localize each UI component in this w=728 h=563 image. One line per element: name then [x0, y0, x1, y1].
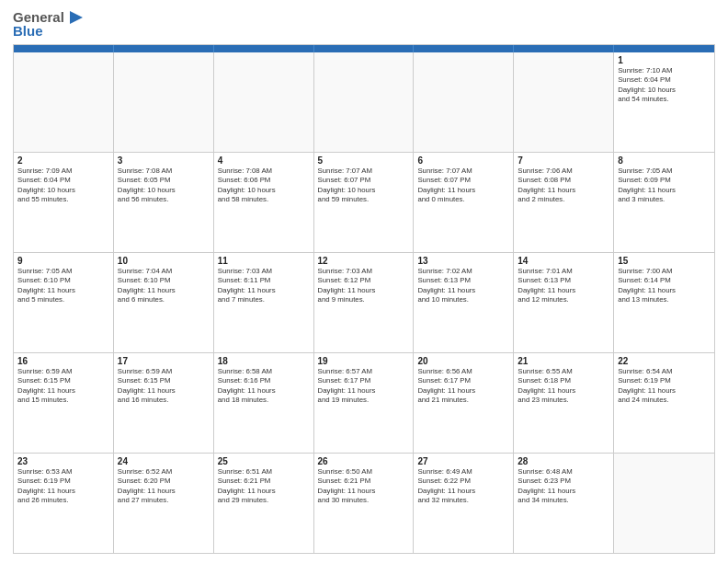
logo: General Blue — [13, 9, 83, 39]
day-number-26: 26 — [318, 456, 410, 466]
cell-info-27: Sunrise: 6:49 AM Sunset: 6:22 PM Dayligh… — [417, 467, 509, 506]
calendar: 1Sunrise: 7:10 AM Sunset: 6:04 PM Daylig… — [13, 44, 715, 554]
day-number-2: 2 — [17, 155, 109, 166]
calendar-week-3: 9Sunrise: 7:05 AM Sunset: 6:10 PM Daylig… — [14, 252, 714, 352]
cell-info-7: Sunrise: 7:06 AM Sunset: 6:08 PM Dayligh… — [518, 167, 609, 205]
day-number-17: 17 — [118, 356, 210, 366]
day-number-7: 7 — [518, 155, 609, 166]
cal-cell-w2-d2: 3Sunrise: 7:08 AM Sunset: 6:05 PM Daylig… — [114, 153, 214, 252]
cal-cell-w3-d6: 14Sunrise: 7:01 AM Sunset: 6:13 PM Dayli… — [514, 253, 614, 352]
day-number-11: 11 — [218, 256, 310, 266]
cal-cell-w5-d7 — [614, 454, 714, 553]
cell-info-20: Sunrise: 6:56 AM Sunset: 6:17 PM Dayligh… — [417, 367, 509, 406]
day-number-8: 8 — [618, 155, 711, 166]
cal-cell-w5-d1: 23Sunrise: 6:53 AM Sunset: 6:19 PM Dayli… — [14, 454, 114, 553]
cell-info-17: Sunrise: 6:59 AM Sunset: 6:15 PM Dayligh… — [118, 367, 210, 406]
day-number-6: 6 — [417, 155, 509, 166]
cal-cell-w1-d7: 1Sunrise: 7:10 AM Sunset: 6:04 PM Daylig… — [614, 52, 714, 152]
cal-cell-w4-d1: 16Sunrise: 6:59 AM Sunset: 6:15 PM Dayli… — [14, 353, 114, 453]
cell-info-4: Sunrise: 7:08 AM Sunset: 6:06 PM Dayligh… — [218, 167, 310, 205]
header-thursday — [414, 45, 514, 52]
cell-info-16: Sunrise: 6:59 AM Sunset: 6:15 PM Dayligh… — [17, 367, 109, 406]
day-number-27: 27 — [417, 456, 509, 466]
cell-info-25: Sunrise: 6:51 AM Sunset: 6:21 PM Dayligh… — [218, 467, 310, 506]
cell-info-6: Sunrise: 7:07 AM Sunset: 6:07 PM Dayligh… — [417, 167, 509, 205]
day-number-23: 23 — [17, 456, 109, 466]
cell-info-18: Sunrise: 6:58 AM Sunset: 6:16 PM Dayligh… — [218, 367, 310, 406]
cal-cell-w4-d7: 22Sunrise: 6:54 AM Sunset: 6:19 PM Dayli… — [614, 353, 714, 453]
day-number-25: 25 — [218, 456, 310, 466]
day-number-3: 3 — [118, 155, 210, 166]
cell-info-12: Sunrise: 7:03 AM Sunset: 6:12 PM Dayligh… — [318, 267, 410, 305]
cal-cell-w1-d3 — [214, 52, 314, 152]
cal-cell-w4-d3: 18Sunrise: 6:58 AM Sunset: 6:16 PM Dayli… — [214, 353, 314, 453]
day-number-18: 18 — [218, 356, 310, 366]
day-number-20: 20 — [417, 356, 509, 366]
calendar-header — [14, 45, 714, 52]
cell-info-8: Sunrise: 7:05 AM Sunset: 6:09 PM Dayligh… — [618, 167, 711, 205]
logo-arrow-icon — [66, 9, 83, 26]
cell-info-21: Sunrise: 6:55 AM Sunset: 6:18 PM Dayligh… — [518, 367, 609, 406]
header-monday — [114, 45, 214, 52]
cal-cell-w5-d2: 24Sunrise: 6:52 AM Sunset: 6:20 PM Dayli… — [114, 454, 214, 553]
day-number-21: 21 — [518, 356, 609, 366]
cal-cell-w1-d2 — [114, 52, 214, 152]
cal-cell-w4-d6: 21Sunrise: 6:55 AM Sunset: 6:18 PM Dayli… — [514, 353, 614, 453]
day-number-22: 22 — [618, 356, 711, 366]
cal-cell-w3-d1: 9Sunrise: 7:05 AM Sunset: 6:10 PM Daylig… — [14, 253, 114, 352]
day-number-1: 1 — [618, 55, 711, 65]
day-number-12: 12 — [318, 256, 410, 266]
cell-info-3: Sunrise: 7:08 AM Sunset: 6:05 PM Dayligh… — [118, 167, 210, 205]
cal-cell-w1-d1 — [14, 52, 114, 152]
cal-cell-w3-d7: 15Sunrise: 7:00 AM Sunset: 6:14 PM Dayli… — [614, 253, 714, 352]
cell-info-14: Sunrise: 7:01 AM Sunset: 6:13 PM Dayligh… — [518, 267, 609, 305]
cal-cell-w1-d5 — [414, 52, 514, 152]
cell-info-1: Sunrise: 7:10 AM Sunset: 6:04 PM Dayligh… — [618, 66, 711, 105]
calendar-week-5: 23Sunrise: 6:53 AM Sunset: 6:19 PM Dayli… — [14, 453, 714, 553]
day-number-24: 24 — [118, 456, 210, 466]
cell-info-10: Sunrise: 7:04 AM Sunset: 6:10 PM Dayligh… — [118, 267, 210, 305]
cal-cell-w4-d5: 20Sunrise: 6:56 AM Sunset: 6:17 PM Dayli… — [414, 353, 514, 453]
cal-cell-w3-d3: 11Sunrise: 7:03 AM Sunset: 6:11 PM Dayli… — [214, 253, 314, 352]
cell-info-28: Sunrise: 6:48 AM Sunset: 6:23 PM Dayligh… — [518, 467, 609, 506]
cal-cell-w1-d6 — [514, 52, 614, 152]
cal-cell-w5-d3: 25Sunrise: 6:51 AM Sunset: 6:21 PM Dayli… — [214, 454, 314, 553]
cal-cell-w5-d6: 28Sunrise: 6:48 AM Sunset: 6:23 PM Dayli… — [514, 454, 614, 553]
header-tuesday — [214, 45, 314, 52]
cell-info-19: Sunrise: 6:57 AM Sunset: 6:17 PM Dayligh… — [318, 367, 410, 406]
day-number-14: 14 — [518, 256, 609, 266]
cal-cell-w2-d7: 8Sunrise: 7:05 AM Sunset: 6:09 PM Daylig… — [614, 153, 714, 252]
page: General Blue 1Sunrise: 7:10 AM Sunset: 6… — [0, 0, 728, 563]
header-sunday — [14, 45, 114, 52]
day-number-15: 15 — [618, 256, 711, 266]
header-wednesday — [314, 45, 415, 52]
cal-cell-w2-d6: 7Sunrise: 7:06 AM Sunset: 6:08 PM Daylig… — [514, 153, 614, 252]
cal-cell-w5-d5: 27Sunrise: 6:49 AM Sunset: 6:22 PM Dayli… — [414, 454, 514, 553]
cal-cell-w4-d2: 17Sunrise: 6:59 AM Sunset: 6:15 PM Dayli… — [114, 353, 214, 453]
cell-info-22: Sunrise: 6:54 AM Sunset: 6:19 PM Dayligh… — [618, 367, 711, 406]
cal-cell-w3-d4: 12Sunrise: 7:03 AM Sunset: 6:12 PM Dayli… — [314, 253, 415, 352]
day-number-19: 19 — [318, 356, 410, 366]
day-number-28: 28 — [518, 456, 609, 466]
calendar-week-1: 1Sunrise: 7:10 AM Sunset: 6:04 PM Daylig… — [14, 52, 714, 152]
header: General Blue — [13, 9, 715, 39]
cal-cell-w2-d4: 5Sunrise: 7:07 AM Sunset: 6:07 PM Daylig… — [314, 153, 415, 252]
cal-cell-w2-d1: 2Sunrise: 7:09 AM Sunset: 6:04 PM Daylig… — [14, 153, 114, 252]
day-number-9: 9 — [17, 256, 109, 266]
cal-cell-w2-d3: 4Sunrise: 7:08 AM Sunset: 6:06 PM Daylig… — [214, 153, 314, 252]
logo-blue-text: Blue — [13, 24, 83, 39]
cell-info-24: Sunrise: 6:52 AM Sunset: 6:20 PM Dayligh… — [118, 467, 210, 506]
cell-info-15: Sunrise: 7:00 AM Sunset: 6:14 PM Dayligh… — [618, 267, 711, 305]
day-number-16: 16 — [17, 356, 109, 366]
cal-cell-w3-d5: 13Sunrise: 7:02 AM Sunset: 6:13 PM Dayli… — [414, 253, 514, 352]
cell-info-5: Sunrise: 7:07 AM Sunset: 6:07 PM Dayligh… — [318, 167, 410, 205]
header-saturday — [614, 45, 714, 52]
cal-cell-w4-d4: 19Sunrise: 6:57 AM Sunset: 6:17 PM Dayli… — [314, 353, 415, 453]
day-number-4: 4 — [218, 155, 310, 166]
cell-info-9: Sunrise: 7:05 AM Sunset: 6:10 PM Dayligh… — [17, 267, 109, 305]
cal-cell-w3-d2: 10Sunrise: 7:04 AM Sunset: 6:10 PM Dayli… — [114, 253, 214, 352]
calendar-week-2: 2Sunrise: 7:09 AM Sunset: 6:04 PM Daylig… — [14, 152, 714, 252]
cal-cell-w2-d5: 6Sunrise: 7:07 AM Sunset: 6:07 PM Daylig… — [414, 153, 514, 252]
cal-cell-w1-d4 — [314, 52, 415, 152]
cell-info-26: Sunrise: 6:50 AM Sunset: 6:21 PM Dayligh… — [318, 467, 410, 506]
